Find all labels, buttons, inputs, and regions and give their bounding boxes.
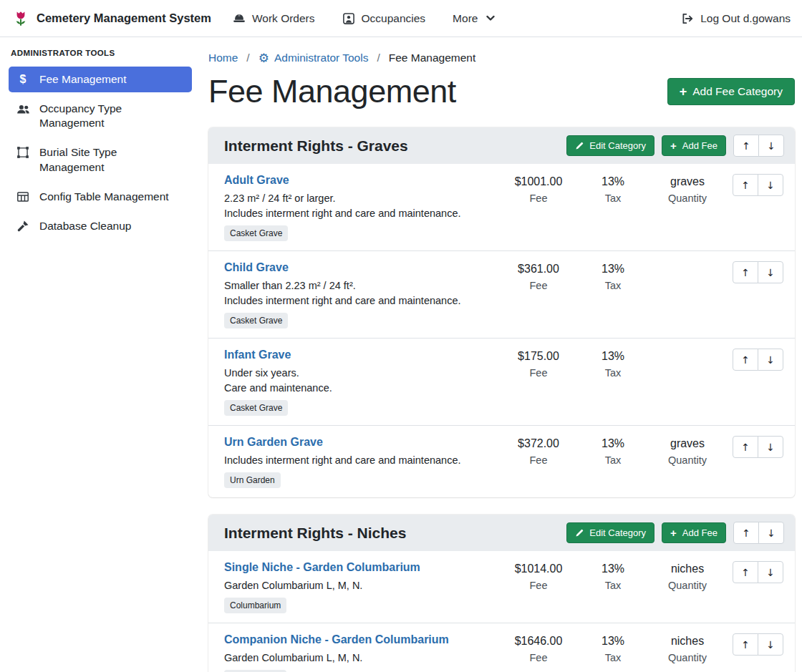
sidebar-item-label: Occupancy Type Management	[39, 102, 185, 130]
tax-col: 13% Tax	[576, 261, 650, 291]
logout-link[interactable]: Log Out d.gowans	[681, 12, 791, 25]
breadcrumb-home-link[interactable]: Home	[208, 52, 238, 64]
move-fee-up-button[interactable]: ↑	[733, 174, 758, 196]
brush-icon	[16, 220, 30, 233]
fee-amount-col: $1001.00 Fee	[501, 174, 576, 204]
plus-icon: +	[670, 142, 677, 150]
move-fee-down-button[interactable]: ↓	[758, 633, 783, 656]
fee-description: Care and maintenance.	[224, 382, 501, 394]
fee-label: Fee	[501, 280, 576, 291]
move-fee-down-button[interactable]: ↓	[758, 174, 783, 196]
quantity-col: graves Quantity	[650, 436, 725, 466]
main-nav: Work Orders Occupancies More	[233, 12, 496, 25]
fee-info: Companion Niche - Garden Columbarium Gar…	[224, 633, 501, 672]
app-brand[interactable]: Cemetery Management System	[11, 9, 211, 28]
fee-name-link[interactable]: Companion Niche - Garden Columbarium	[224, 633, 449, 646]
person-badge-icon	[342, 12, 355, 25]
nav-label: Occupancies	[362, 12, 426, 25]
fee-amount-col: $372.00 Fee	[501, 436, 576, 466]
top-navbar: Cemetery Management System Work Orders	[0, 0, 802, 37]
tulip-logo-icon	[11, 9, 30, 28]
sidebar-item-burial-site-type-management[interactable]: Burial Site Type Management	[9, 140, 192, 180]
up-arrow-icon: ↑	[741, 567, 750, 578]
move-fee-up-button[interactable]: ↑	[733, 261, 758, 283]
fee-name-link[interactable]: Child Grave	[224, 261, 289, 274]
nav-occupancies[interactable]: Occupancies	[342, 12, 426, 25]
sidebar-item-occupancy-type-management[interactable]: Occupancy Type Management	[9, 96, 192, 136]
fee-name-link[interactable]: Single Niche - Garden Columbarium	[224, 561, 420, 574]
move-fee-up-button[interactable]: ↑	[733, 349, 758, 371]
quantity-col	[650, 349, 725, 354]
breadcrumb-label: Home	[208, 52, 238, 64]
button-label: Edit Category	[589, 140, 646, 151]
fee-description: Includes interment right and care and ma…	[224, 208, 501, 219]
move-category-down-button[interactable]: ↓	[758, 522, 784, 544]
up-arrow-icon: ↑	[742, 527, 750, 539]
up-arrow-icon: ↑	[741, 639, 750, 651]
category-actions: Edit Category + Add Fee ↑ ↓	[566, 522, 784, 544]
quantity-label: Quantity	[650, 652, 725, 663]
fee-name-link[interactable]: Urn Garden Grave	[224, 436, 323, 449]
fee-description: Includes interment right and care and ma…	[224, 454, 501, 466]
page-layout: ADMINISTRATOR TOOLS $ Fee Management Occ…	[0, 37, 802, 672]
add-fee-category-button[interactable]: + Add Fee Category	[667, 78, 795, 105]
quantity-label: Quantity	[650, 454, 725, 466]
plus-icon: +	[680, 87, 687, 97]
move-fee-up-button[interactable]: ↑	[733, 561, 758, 583]
hard-hat-icon	[233, 12, 246, 25]
sidebar-item-fee-management[interactable]: $ Fee Management	[9, 67, 192, 92]
up-arrow-icon: ↑	[741, 354, 750, 366]
fee-reorder-group: ↑ ↓	[733, 174, 783, 196]
fee-reorder-group: ↑ ↓	[733, 436, 783, 458]
bounding-box-icon	[16, 146, 30, 159]
fee-name-link[interactable]: Adult Grave	[224, 174, 289, 187]
edit-category-button[interactable]: Edit Category	[566, 135, 654, 156]
up-arrow-icon: ↑	[741, 180, 750, 191]
category-actions: Edit Category + Add Fee ↑ ↓	[566, 135, 784, 157]
move-fee-down-button[interactable]: ↓	[758, 349, 783, 371]
down-arrow-icon: ↓	[766, 354, 775, 366]
fee-name-link[interactable]: Infant Grave	[224, 349, 291, 361]
breadcrumb: Home / ⚙ Administrator Tools / Fee Manag…	[208, 52, 795, 64]
logout-icon	[681, 12, 694, 25]
fee-info: Adult Grave 2.23 m² / 24 ft² or larger. …	[224, 174, 501, 241]
tax-label: Tax	[576, 454, 650, 466]
fee-amount-col: $361.00 Fee	[501, 261, 576, 291]
admin-sidebar: ADMINISTRATOR TOOLS $ Fee Management Occ…	[0, 37, 200, 672]
nav-label: Work Orders	[252, 12, 315, 25]
move-fee-up-button[interactable]: ↑	[733, 436, 758, 458]
gear-icon: ⚙	[259, 52, 269, 64]
move-fee-down-button[interactable]: ↓	[758, 261, 783, 283]
move-fee-down-button[interactable]: ↓	[758, 561, 783, 583]
table-icon	[16, 190, 30, 203]
add-fee-button[interactable]: + Add Fee	[662, 135, 726, 156]
fee-info: Infant Grave Under six years. Care and m…	[224, 349, 501, 416]
edit-category-button[interactable]: Edit Category	[566, 522, 654, 543]
tax-col: 13% Tax	[576, 633, 650, 663]
move-category-up-button[interactable]: ↑	[733, 135, 759, 157]
breadcrumb-separator: /	[377, 52, 380, 64]
add-fee-button[interactable]: + Add Fee	[662, 522, 726, 543]
nav-more[interactable]: More	[453, 12, 495, 25]
breadcrumb-admin-tools-link[interactable]: ⚙ Administrator Tools	[259, 52, 369, 64]
fee-description: Includes interment right and care and ma…	[224, 295, 501, 306]
move-fee-up-button[interactable]: ↑	[733, 633, 758, 656]
fee-amount-col: $1646.00 Fee	[501, 633, 576, 663]
move-category-up-button[interactable]: ↑	[733, 522, 759, 544]
move-fee-down-button[interactable]: ↓	[758, 436, 783, 458]
down-arrow-icon: ↓	[766, 567, 775, 578]
category-title: Interment Rights - Niches	[224, 525, 406, 542]
sidebar-item-config-table-management[interactable]: Config Table Management	[9, 184, 192, 210]
app-title: Cemetery Management System	[37, 11, 211, 25]
fee-description: Smaller than 2.23 m² / 24 ft².	[224, 280, 501, 291]
category-reorder-group: ↑ ↓	[733, 135, 784, 157]
fee-amount: $1646.00	[501, 635, 576, 648]
fee-row: Urn Garden Grave Includes interment righ…	[208, 426, 795, 497]
fee-amount: $1014.00	[501, 563, 576, 575]
nav-work-orders[interactable]: Work Orders	[233, 12, 315, 25]
fee-amount: $372.00	[501, 437, 576, 450]
main-content: Home / ⚙ Administrator Tools / Fee Manag…	[200, 37, 802, 672]
move-category-down-button[interactable]: ↓	[758, 135, 784, 157]
sidebar-item-database-cleanup[interactable]: Database Cleanup	[9, 213, 192, 239]
people-icon	[16, 102, 30, 116]
